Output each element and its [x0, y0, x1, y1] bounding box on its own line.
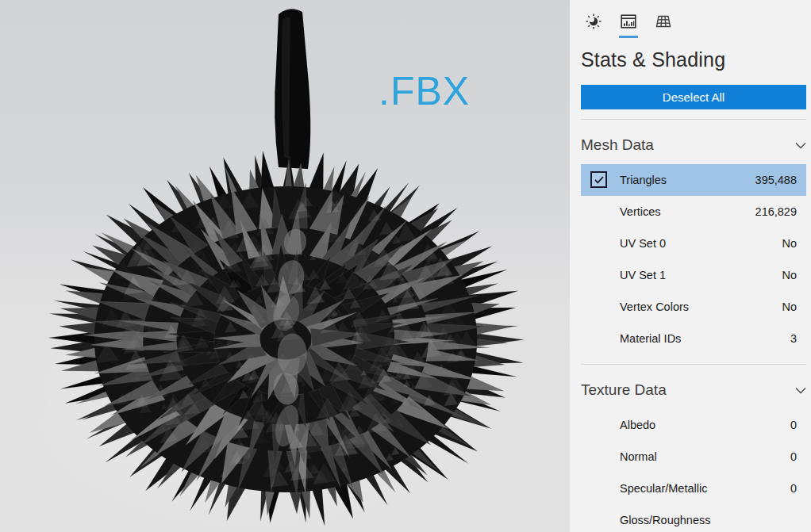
panel-tabs — [581, 0, 806, 33]
stat-label: Vertices — [620, 205, 661, 218]
stat-row-triangles[interactable]: Triangles 395,488 — [581, 164, 806, 196]
stat-row-specular-metallic[interactable]: Specular/Metallic 0 — [581, 473, 806, 504]
stat-row-material-ids[interactable]: Material IDs 3 — [581, 323, 806, 354]
divider — [581, 364, 806, 365]
stat-value: No — [782, 237, 797, 250]
stat-label: Albedo — [620, 419, 655, 431]
stat-value: 3 — [790, 332, 797, 345]
stat-row-gloss-roughness[interactable]: Gloss/Roughness — [581, 504, 806, 532]
stat-label: Gloss/Roughness — [620, 514, 710, 526]
divider — [581, 119, 806, 120]
section-rows: Albedo 0 Normal 0 Specular/Metallic 0 Gl… — [581, 409, 806, 532]
panel-title: Stats & Shading — [581, 48, 806, 71]
stat-value: 0 — [790, 419, 797, 431]
stat-label: Triangles — [620, 174, 667, 186]
3d-viewport[interactable]: .FBX — [0, 0, 570, 532]
stat-value: No — [782, 269, 797, 281]
stat-row-vertices[interactable]: Vertices 216,829 — [581, 196, 806, 228]
stat-value: 0 — [790, 450, 797, 463]
section-title: Mesh Data — [581, 136, 654, 154]
sun-icon — [584, 12, 603, 31]
section-rows: Triangles 395,488 Vertices 216,829 UV Se… — [581, 164, 806, 354]
durian-model — [0, 0, 570, 532]
grid-icon — [654, 12, 673, 31]
stat-row-albedo[interactable]: Albedo 0 — [581, 409, 806, 441]
section-header[interactable]: Mesh Data — [581, 131, 806, 159]
stat-row-vertex-colors[interactable]: Vertex Colors No — [581, 291, 806, 323]
stats-shading-panel: Stats & Shading Deselect All Mesh Data T… — [570, 0, 811, 532]
chevron-down-icon — [795, 387, 806, 394]
stats-panel-icon — [619, 12, 638, 31]
stat-label: Normal — [620, 450, 657, 463]
tab-lighting[interactable] — [581, 10, 606, 33]
stat-label: Vertex Colors — [620, 300, 689, 313]
section-title: Texture Data — [581, 381, 667, 399]
stat-value: 216,829 — [755, 205, 797, 218]
stat-value: 395,488 — [755, 174, 797, 186]
stats-section: Texture Data Albedo 0 Normal 0 Specular/… — [581, 364, 806, 532]
stat-row-uv-set-0[interactable]: UV Set 0 No — [581, 228, 806, 259]
deselect-all-button[interactable]: Deselect All — [581, 85, 806, 109]
viewer-window: .FBX — [0, 0, 811, 532]
stat-value: 0 — [790, 482, 797, 495]
checkbox-checked-icon[interactable] — [590, 171, 607, 188]
tab-stats[interactable] — [616, 10, 641, 33]
stats-sections: Mesh Data Triangles 395,488 Vertices 216… — [581, 119, 806, 532]
stat-label: Material IDs — [620, 332, 681, 345]
stat-label: Specular/Metallic — [620, 482, 707, 495]
stat-row-normal[interactable]: Normal 0 — [581, 441, 806, 473]
file-format-label: .FBX — [379, 68, 470, 114]
stat-row-uv-set-1[interactable]: UV Set 1 No — [581, 259, 806, 291]
stat-label: UV Set 1 — [620, 269, 666, 281]
stat-label: UV Set 0 — [620, 237, 666, 250]
stat-value: No — [782, 300, 797, 313]
chevron-down-icon — [795, 142, 806, 149]
tab-grid[interactable] — [651, 10, 676, 33]
section-header[interactable]: Texture Data — [581, 376, 806, 404]
stats-section: Mesh Data Triangles 395,488 Vertices 216… — [581, 119, 806, 354]
